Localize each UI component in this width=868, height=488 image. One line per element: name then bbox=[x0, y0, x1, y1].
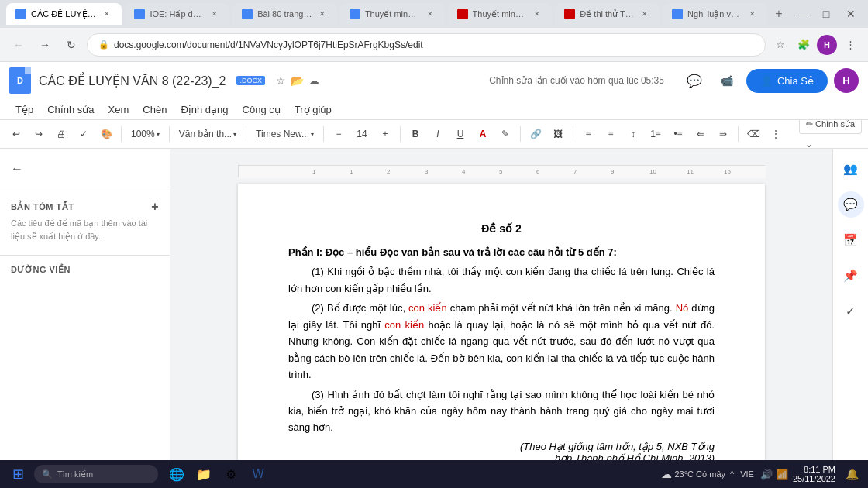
right-icon-chat[interactable]: 💬 bbox=[838, 191, 864, 218]
search-icon: 🔍 bbox=[42, 469, 53, 479]
style-dropdown[interactable]: Văn bản th... ▾ bbox=[174, 124, 241, 144]
redo-button[interactable]: ↪ bbox=[29, 124, 49, 144]
increase-font-button[interactable]: + bbox=[375, 124, 395, 144]
taskbar-clock[interactable]: 8:11 PM 25/11/2022 bbox=[793, 465, 835, 483]
sidebar-back[interactable]: ← bbox=[0, 157, 170, 180]
right-icon-contacts[interactable]: 👥 bbox=[838, 156, 864, 182]
paragraph-1: (1) Khi ngồi ở bậc thềm nhà, tôi thấy mộ… bbox=[288, 263, 715, 297]
underline-button[interactable]: U bbox=[450, 124, 470, 144]
tray-expand[interactable]: ^ bbox=[730, 469, 734, 479]
tab-close[interactable]: ✕ bbox=[425, 9, 436, 19]
indent-inc-button[interactable]: ⇒ bbox=[713, 124, 733, 144]
bookmark-icon[interactable]: ☆ bbox=[770, 35, 790, 55]
paint-button[interactable]: 🎨 bbox=[96, 124, 116, 144]
menu-chen[interactable]: Chèn bbox=[136, 101, 173, 118]
image-button[interactable]: 🖼 bbox=[548, 124, 568, 144]
start-button[interactable]: ⊞ bbox=[5, 462, 31, 486]
tab-docs[interactable]: CÁC ĐỀ LUYỆN VĂN ... ✕ bbox=[6, 3, 122, 25]
docs-app-icon: D bbox=[9, 67, 31, 94]
tab-label: IOE: Hấp dẫn - mê sa... bbox=[150, 9, 205, 19]
right-icon-keep[interactable]: 📌 bbox=[838, 263, 864, 289]
link-button[interactable]: 🔗 bbox=[525, 124, 546, 144]
settings-icon[interactable]: ⋮ bbox=[840, 35, 860, 55]
sidebar-add-button[interactable]: + bbox=[151, 200, 159, 214]
align-center-button[interactable]: ≡ bbox=[601, 124, 621, 144]
expand-button[interactable]: ⌄ bbox=[799, 134, 819, 149]
tab-thuyet1[interactable]: Thuyết minh về cây bu... ✕ bbox=[340, 3, 445, 25]
document-area[interactable]: 1 1 2 3 4 5 6 7 9 10 11 15 Đề số 2 Phần … bbox=[170, 149, 832, 488]
right-sidebar: 👥 💬 📅 📌 ✓ + bbox=[832, 149, 868, 488]
notification-button[interactable]: 🔔 bbox=[840, 462, 863, 486]
tab-label: Bài 80 trang 108 SGK... bbox=[257, 9, 312, 19]
tab-dethi[interactable]: Đề thi thử THPT Quố... ✕ bbox=[555, 3, 660, 25]
taskbar-app-chrome[interactable]: ⚙ bbox=[219, 462, 243, 486]
decrease-font-button[interactable]: − bbox=[329, 124, 349, 144]
reload-button[interactable]: ↻ bbox=[60, 34, 82, 56]
user-avatar[interactable]: H bbox=[834, 68, 859, 93]
font-size-input[interactable] bbox=[351, 129, 373, 139]
taskbar-app-edge[interactable]: 🌐 bbox=[164, 462, 189, 486]
close-window-button[interactable]: ✕ bbox=[840, 3, 862, 25]
menu-tep[interactable]: Tệp bbox=[9, 101, 40, 118]
comments-button[interactable]: 💬 bbox=[681, 67, 708, 94]
text-color-button[interactable]: A bbox=[473, 124, 493, 144]
bold-button[interactable]: B bbox=[405, 124, 425, 144]
forward-button[interactable]: → bbox=[34, 34, 56, 56]
tab-close[interactable]: ✕ bbox=[102, 9, 112, 19]
minimize-button[interactable]: — bbox=[790, 3, 812, 25]
tab-close[interactable]: ✕ bbox=[317, 9, 328, 19]
taskbar-app-explorer[interactable]: 📁 bbox=[191, 462, 216, 486]
weather-widget[interactable]: ☁ 23°C Có mây bbox=[661, 468, 725, 480]
url-bar[interactable]: 🔒 docs.google.com/document/d/1NVaVNcyJyl… bbox=[87, 33, 766, 57]
new-tab-button[interactable]: + bbox=[770, 3, 787, 25]
extensions-icon[interactable]: 🧩 bbox=[794, 35, 814, 55]
profile-icon[interactable]: H bbox=[817, 35, 837, 55]
editing-mode-button[interactable]: ✏ Chỉnh sửa bbox=[799, 119, 862, 134]
tab-nghi[interactable]: Nghi luận về sự sẻ ch... ✕ bbox=[663, 3, 767, 25]
tab-close[interactable]: ✕ bbox=[532, 9, 542, 19]
taskbar-lang[interactable]: VIE bbox=[737, 469, 757, 479]
zoom-dropdown[interactable]: 100% ▾ bbox=[126, 124, 164, 144]
menu-chinhsua[interactable]: Chỉnh sửa bbox=[41, 101, 100, 118]
move-icon[interactable]: 📂 bbox=[291, 74, 304, 87]
taskbar-app-word[interactable]: W bbox=[246, 462, 270, 486]
maximize-button[interactable]: □ bbox=[815, 3, 837, 25]
star-icon[interactable]: ☆ bbox=[276, 74, 286, 87]
sidebar-divider-middle bbox=[0, 255, 170, 256]
meet-button[interactable]: 📹 bbox=[714, 67, 740, 94]
back-button[interactable]: ← bbox=[8, 34, 29, 56]
bullet-list-button[interactable]: •≡ bbox=[668, 124, 688, 144]
menu-congcu[interactable]: Công cụ bbox=[236, 101, 287, 118]
menu-xem[interactable]: Xem bbox=[102, 101, 136, 118]
tab-favicon bbox=[457, 9, 468, 19]
document-page[interactable]: Đề số 2 Phần I: Đọc – hiểu Đọc văn bản s… bbox=[238, 184, 765, 488]
right-icon-tasks[interactable]: ✓ bbox=[838, 298, 864, 325]
spellcheck-button[interactable]: ✓ bbox=[74, 124, 94, 144]
indent-dec-button[interactable]: ⇐ bbox=[691, 124, 711, 144]
tab-close[interactable]: ✕ bbox=[639, 9, 650, 19]
cloud-icon[interactable]: ☁ bbox=[308, 74, 319, 87]
tab-thuyet2[interactable]: Thuyết minh về cây h... ✕ bbox=[448, 3, 553, 25]
menu-trogiup[interactable]: Trợ giúp bbox=[288, 101, 338, 118]
share-button[interactable]: 👤 Chia Sẻ bbox=[746, 69, 828, 93]
network-icon[interactable]: 📶 bbox=[776, 469, 788, 480]
right-icon-calendar[interactable]: 📅 bbox=[838, 227, 864, 253]
tab-close[interactable]: ✕ bbox=[209, 9, 220, 19]
tab-ioe[interactable]: IOE: Hấp dẫn - mê sa... ✕ bbox=[125, 3, 229, 25]
clear-formatting-button[interactable]: ⌫ bbox=[743, 124, 763, 144]
numbered-list-button[interactable]: 1≡ bbox=[646, 124, 666, 144]
more-options-button[interactable]: ⋮ bbox=[766, 124, 786, 144]
volume-icon[interactable]: 🔊 bbox=[760, 469, 773, 480]
highlight-button[interactable]: ✎ bbox=[495, 124, 515, 144]
tab-close[interactable]: ✕ bbox=[747, 9, 758, 19]
print-button[interactable]: 🖨 bbox=[51, 124, 71, 144]
url-text: docs.google.com/document/d/1NVaVNcyJylOP… bbox=[114, 40, 754, 50]
taskbar-search[interactable]: 🔍 Tìm kiếm bbox=[34, 465, 158, 483]
tab-bai80[interactable]: Bài 80 trang 108 SGK... ✕ bbox=[232, 3, 337, 25]
align-left-button[interactable]: ≡ bbox=[578, 124, 598, 144]
line-spacing-button[interactable]: ↕ bbox=[623, 124, 643, 144]
font-dropdown[interactable]: Times New... ▾ bbox=[251, 124, 319, 144]
menu-dinhdang[interactable]: Định dạng bbox=[174, 101, 234, 118]
italic-button[interactable]: I bbox=[428, 124, 448, 144]
undo-button[interactable]: ↩ bbox=[6, 124, 26, 144]
